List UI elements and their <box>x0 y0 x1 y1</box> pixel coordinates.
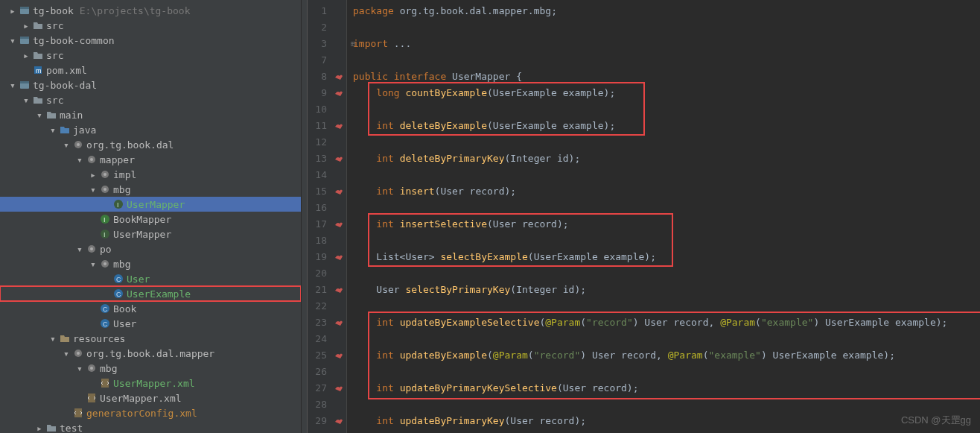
tree-item-po[interactable]: ▾po <box>0 241 301 256</box>
gutter-mark[interactable] <box>331 216 346 233</box>
gutter-mark[interactable] <box>331 396 346 413</box>
tree-item-tg-book-common[interactable]: ▾tg-book-common <box>0 33 301 48</box>
code-line[interactable]: int updateByExample(@Param("record") Use… <box>353 347 980 364</box>
code-line[interactable]: int insertSelective(User record); <box>353 216 980 233</box>
expand-arrow-icon[interactable]: ▾ <box>61 348 71 359</box>
code-line[interactable]: List<User> selectByExample(UserExample e… <box>353 249 980 265</box>
gutter-mark[interactable] <box>331 315 346 331</box>
expand-arrow-icon[interactable]: ▸ <box>21 50 31 61</box>
code-line[interactable] <box>353 298 980 315</box>
gutter-mark[interactable] <box>331 298 346 315</box>
tree-item-tg-book[interactable]: ▸tg-bookE:\projects\tg-book <box>0 3 301 18</box>
code-line[interactable]: long countByExample(UserExample example)… <box>353 85 980 101</box>
expand-arrow-icon[interactable]: ▾ <box>7 80 18 91</box>
gutter-mark[interactable] <box>331 36 346 52</box>
expand-arrow-icon[interactable]: ▾ <box>7 35 18 46</box>
expand-arrow-icon[interactable]: ▸ <box>34 423 45 434</box>
tree-item-test[interactable]: ▸test <box>0 420 301 433</box>
gutter-mark[interactable] <box>331 282 346 298</box>
editor-scrollbar[interactable] <box>302 0 308 433</box>
expand-arrow-icon[interactable]: ▸ <box>21 20 31 31</box>
code-line[interactable] <box>353 19 980 36</box>
expand-arrow-icon[interactable]: ▾ <box>74 244 85 255</box>
tree-item-org-tg-book-dal[interactable]: ▾org.tg.book.dal <box>0 137 301 152</box>
tree-item-bookmapper[interactable]: IBookMapper <box>0 212 301 227</box>
code-line[interactable]: public interface UserMapper { <box>353 69 980 85</box>
expand-arrow-icon[interactable]: ▾ <box>74 363 85 374</box>
expand-arrow-icon[interactable]: ▾ <box>88 259 98 270</box>
fold-icon[interactable]: ⊞ <box>351 36 355 52</box>
code-line[interactable] <box>353 233 980 249</box>
gutter-mark[interactable] <box>331 413 346 429</box>
code-line[interactable]: int updateByExampleSelective(@Param("rec… <box>353 315 980 331</box>
tree-item-usermapper-xml[interactable]: UserMapper.xml <box>0 391 301 405</box>
tree-item-userexample[interactable]: CUserExample <box>0 286 301 301</box>
gutter-mark[interactable] <box>331 85 346 101</box>
expand-arrow-icon[interactable]: ▾ <box>21 95 31 106</box>
tree-item-src[interactable]: ▸src <box>0 48 301 63</box>
tree-item-impl[interactable]: ▸impl <box>0 167 301 182</box>
expand-arrow-icon[interactable]: ▾ <box>48 124 58 136</box>
gutter-mark[interactable] <box>331 52 346 69</box>
gutter-mark[interactable] <box>331 233 346 249</box>
tree-item-usermapper[interactable]: IUserMapper <box>0 197 301 212</box>
expand-arrow-icon[interactable]: ▾ <box>34 110 45 121</box>
tree-item-main[interactable]: ▾main <box>0 107 301 122</box>
expand-arrow-icon[interactable]: ▸ <box>7 5 18 16</box>
expand-arrow-icon[interactable]: ▾ <box>74 154 85 165</box>
tree-item-user[interactable]: CUser <box>0 271 301 286</box>
code-line[interactable]: package org.tg.book.dal.mapper.mbg; <box>353 3 980 19</box>
gutter-mark[interactable] <box>331 101 346 118</box>
tree-item-src[interactable]: ▾src <box>0 92 301 107</box>
gutter-mark[interactable] <box>331 3 346 19</box>
tree-item-mbg[interactable]: ▾mbg <box>0 182 301 197</box>
tree-item-java[interactable]: ▾java <box>0 122 301 137</box>
gutter-mark[interactable] <box>331 265 346 282</box>
gutter-mark[interactable] <box>331 183 346 200</box>
code-line[interactable] <box>353 265 980 282</box>
code-line[interactable] <box>353 396 980 413</box>
code-line[interactable] <box>353 167 980 183</box>
tree-item-tg-book-dal[interactable]: ▾tg-book-dal <box>0 78 301 92</box>
tree-item-mbg[interactable]: ▾mbg <box>0 361 301 376</box>
expand-arrow-icon[interactable]: ▾ <box>48 333 58 344</box>
tree-item-usermapper-xml[interactable]: UserMapper.xml <box>0 376 301 391</box>
code-line[interactable]: int insert(User record); <box>353 183 980 200</box>
code-line[interactable] <box>353 134 980 151</box>
tree-item-usermapper[interactable]: IUserMapper <box>0 227 301 241</box>
gutter-mark[interactable] <box>331 134 346 151</box>
code-line[interactable] <box>353 52 980 69</box>
code-line[interactable]: User selectByPrimaryKey(Integer id); <box>353 282 980 298</box>
code-line[interactable]: int deleteByPrimaryKey(Integer id); <box>353 151 980 167</box>
code-editor[interactable]: 1237891011121314151617181920212223242526… <box>302 0 980 433</box>
tree-item-mapper[interactable]: ▾mapper <box>0 152 301 167</box>
code-line[interactable] <box>353 101 980 118</box>
tree-item-src[interactable]: ▸src <box>0 18 301 33</box>
code-line[interactable] <box>353 200 980 216</box>
gutter-mark[interactable] <box>331 167 346 183</box>
tree-item-book[interactable]: CBook <box>0 301 301 316</box>
gutter-mark[interactable] <box>331 347 346 364</box>
gutter-mark[interactable] <box>331 19 346 36</box>
code-line[interactable] <box>353 331 980 347</box>
tree-item-mbg[interactable]: ▾mbg <box>0 256 301 271</box>
expand-arrow-icon[interactable]: ▸ <box>88 169 98 180</box>
tree-item-org-tg-book-dal-mapper[interactable]: ▾org.tg.book.dal.mapper <box>0 346 301 361</box>
gutter-mark[interactable] <box>331 380 346 396</box>
code-line[interactable]: int updateByPrimaryKey(User record); <box>353 413 980 429</box>
expand-arrow-icon[interactable]: ▾ <box>88 184 98 195</box>
gutter-mark[interactable] <box>331 364 346 380</box>
expand-arrow-icon[interactable]: ▾ <box>61 139 71 151</box>
tree-item-pom-xml[interactable]: mpom.xml <box>0 63 301 78</box>
gutter-mark[interactable] <box>331 249 346 265</box>
code-line[interactable] <box>353 364 980 380</box>
tree-item-generatorconfig-xml[interactable]: generatorConfig.xml <box>0 405 301 420</box>
gutter-mark[interactable] <box>331 200 346 216</box>
code-area[interactable]: package org.tg.book.dal.mapper.mbg;⊞impo… <box>347 0 980 433</box>
gutter-mark[interactable] <box>331 331 346 347</box>
project-tree[interactable]: ▸tg-bookE:\projects\tg-book▸src▾tg-book-… <box>0 0 302 433</box>
gutter-mark[interactable] <box>331 151 346 167</box>
code-line[interactable]: int deleteByExample(UserExample example)… <box>353 118 980 134</box>
gutter-mark[interactable] <box>331 118 346 134</box>
gutter-mark[interactable] <box>331 69 346 85</box>
